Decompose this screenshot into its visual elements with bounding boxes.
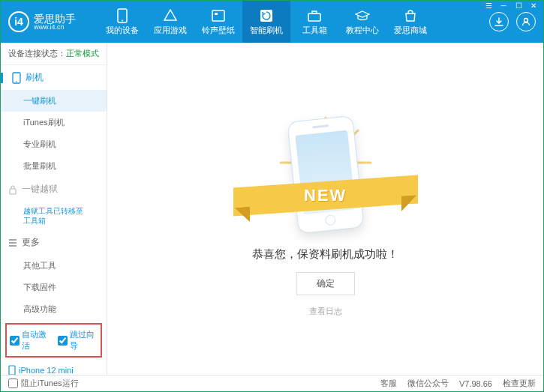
- ok-button[interactable]: 确定: [296, 272, 355, 295]
- skip-guide-checkbox[interactable]: 跳过向导: [58, 329, 98, 352]
- sidebar-item-pro-flash[interactable]: 专业刷机: [1, 133, 107, 155]
- settings-icon[interactable]: ☰: [482, 1, 494, 10]
- nav-my-device[interactable]: 我的设备: [98, 1, 146, 43]
- success-illustration: NEW: [247, 100, 404, 228]
- section-flash[interactable]: 刷机: [1, 65, 107, 90]
- sidebar-item-itunes-flash[interactable]: iTunes刷机: [1, 112, 107, 133]
- sidebar-item-batch-flash[interactable]: 批量刷机: [1, 155, 107, 177]
- svg-rect-5: [308, 13, 320, 21]
- sidebar-item-oneclick-flash[interactable]: 一键刷机: [1, 90, 107, 112]
- footer-version: V7.98.66: [459, 379, 492, 388]
- app-site: www.i4.cn: [34, 24, 76, 31]
- nav-label: 爱思商城: [394, 25, 427, 36]
- nav-label: 工具箱: [302, 25, 327, 36]
- main-content: NEW 恭喜您，保资料刷机成功啦！ 确定 查看日志: [107, 43, 543, 375]
- app-name: 爱思助手: [34, 13, 76, 24]
- nav-label: 智能刷机: [250, 25, 283, 36]
- logo-icon: i4: [8, 11, 29, 32]
- footer-wechat[interactable]: 微信公众号: [407, 378, 449, 389]
- download-button[interactable]: [489, 12, 509, 31]
- nav-label: 教程中心: [346, 25, 379, 36]
- block-itunes-checkbox[interactable]: 阻止iTunes运行: [8, 378, 79, 389]
- option-highlight-box: 自动激活 跳过向导: [5, 323, 102, 358]
- svg-rect-11: [9, 366, 15, 375]
- device-info[interactable]: iPhone 12 mini 64GB Down-12mini-13,1: [1, 361, 107, 375]
- phone-icon: [8, 365, 16, 375]
- header: i4 爱思助手 www.i4.cn 我的设备 应用游戏 铃声壁纸 智能刷机 工具…: [1, 1, 543, 43]
- phone-icon: [117, 8, 128, 23]
- refresh-icon: [260, 8, 273, 23]
- nav-toolbox[interactable]: 工具箱: [290, 1, 338, 43]
- svg-rect-2: [212, 10, 224, 21]
- lock-icon: [8, 184, 17, 195]
- phone-icon: [12, 72, 21, 84]
- window-controls: ☰ ─ ☐ ✕: [482, 1, 539, 10]
- user-button[interactable]: [516, 12, 536, 31]
- sidebar: 设备连接状态：正常模式 刷机 一键刷机 iTunes刷机 专业刷机 批量刷机 一…: [1, 43, 107, 375]
- store-icon: [404, 8, 417, 23]
- footer: 阻止iTunes运行 客服 微信公众号 V7.98.66 检查更新: [1, 375, 543, 391]
- sidebar-item-other-tools[interactable]: 其他工具: [1, 255, 107, 277]
- nav-tutorials[interactable]: 教程中心: [338, 1, 386, 43]
- sidebar-item-advanced[interactable]: 高级功能: [1, 298, 107, 320]
- nav-label: 应用游戏: [154, 25, 187, 36]
- success-message: 恭喜您，保资料刷机成功啦！: [252, 247, 398, 262]
- close-icon[interactable]: ✕: [527, 1, 539, 10]
- minimize-icon[interactable]: ─: [497, 1, 509, 10]
- top-nav: 我的设备 应用游戏 铃声壁纸 智能刷机 工具箱 教程中心 爱思商城: [98, 1, 489, 43]
- sidebar-item-download-firmware[interactable]: 下载固件: [1, 277, 107, 298]
- footer-check-update[interactable]: 检查更新: [503, 378, 536, 389]
- svg-point-7: [524, 19, 528, 22]
- auto-activate-checkbox[interactable]: 自动激活: [10, 329, 50, 352]
- view-log-link[interactable]: 查看日志: [309, 306, 342, 317]
- phone-illustration: [287, 115, 364, 234]
- jailbreak-note: 越狱工具已转移至 工具箱: [1, 202, 107, 230]
- svg-point-1: [122, 19, 123, 21]
- logo: i4 爱思助手 www.i4.cn: [8, 11, 98, 32]
- svg-rect-10: [10, 189, 16, 194]
- svg-point-9: [16, 81, 17, 82]
- grad-cap-icon: [355, 8, 370, 23]
- nav-flash[interactable]: 智能刷机: [242, 1, 290, 43]
- section-jailbreak: 一键越狱: [1, 177, 107, 202]
- apps-icon: [164, 8, 177, 23]
- svg-rect-6: [312, 11, 317, 13]
- section-more[interactable]: 更多: [1, 230, 107, 255]
- svg-rect-3: [215, 13, 218, 15]
- nav-ringtones[interactable]: 铃声壁纸: [194, 1, 242, 43]
- nav-store[interactable]: 爱思商城: [386, 1, 434, 43]
- menu-icon: [8, 238, 17, 247]
- toolbox-icon: [308, 8, 321, 23]
- nav-label: 铃声壁纸: [202, 25, 235, 36]
- wallpaper-icon: [212, 8, 225, 23]
- footer-service[interactable]: 客服: [380, 378, 397, 389]
- nav-apps[interactable]: 应用游戏: [146, 1, 194, 43]
- connection-status: 设备连接状态：正常模式: [1, 43, 107, 65]
- nav-label: 我的设备: [106, 25, 139, 36]
- maximize-icon[interactable]: ☐: [512, 1, 524, 10]
